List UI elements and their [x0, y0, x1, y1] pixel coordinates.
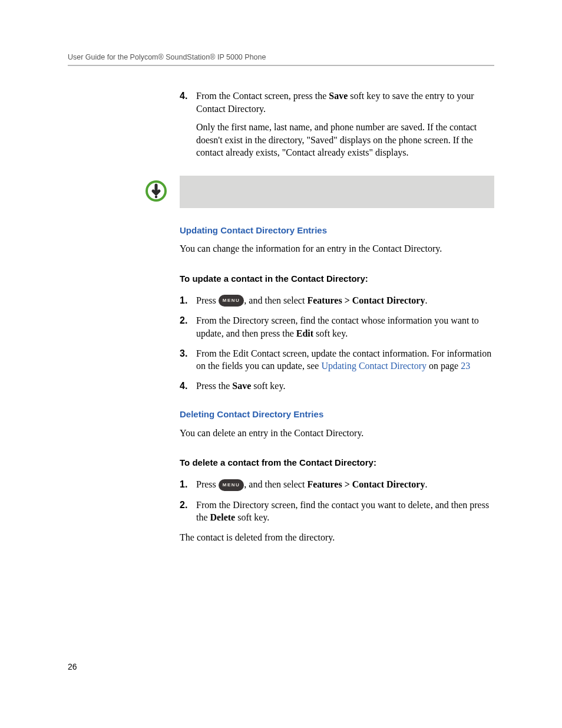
page-link[interactable]: 23	[461, 361, 470, 371]
menu-button-icon: MENU	[219, 295, 244, 307]
delete-step-2: 2. From the Directory screen, find the c…	[180, 499, 494, 524]
text: , and then select	[244, 295, 307, 305]
xref-link[interactable]: Updating Contact Directory	[321, 361, 427, 371]
step-number: 1.	[180, 294, 196, 307]
save-label: Save	[329, 91, 348, 101]
text: From the Contact screen, press the	[196, 91, 329, 101]
update-step-4: 4. Press the Save soft key.	[180, 380, 494, 393]
text: .	[425, 295, 427, 305]
intro-updating: You can change the information for an en…	[180, 242, 494, 255]
main-content: 4. From the Contact screen, press the Sa…	[180, 90, 494, 544]
save-label: Save	[232, 381, 251, 391]
delete-step-1: 1. Press MENU, and then select Features …	[180, 478, 494, 491]
header-rule	[68, 65, 494, 66]
text: soft key.	[235, 512, 269, 522]
running-header: User Guide for the Polycom® SoundStation…	[68, 53, 494, 61]
page-number: 26	[68, 662, 77, 671]
heading-deleting: Deleting Contact Directory Entries	[180, 409, 494, 420]
text: on page	[427, 361, 461, 371]
text: .	[425, 479, 427, 489]
edit-label: Edit	[296, 328, 313, 338]
outro-deleting: The contact is deleted from the director…	[180, 531, 494, 544]
step-number: 3.	[180, 347, 196, 373]
step-body: Press MENU, and then select Features > C…	[196, 294, 494, 307]
heading-updating: Updating Contact Directory Entries	[180, 225, 494, 236]
step-body: Press MENU, and then select Features > C…	[196, 478, 494, 491]
step-number: 2.	[180, 499, 196, 524]
step-body: From the Edit Contact screen, update the…	[196, 347, 494, 373]
step-number: 2.	[180, 314, 196, 340]
text: Press	[196, 479, 219, 489]
text: soft key.	[251, 381, 285, 391]
step-body: From the Contact screen, press the Save …	[196, 90, 494, 165]
text: soft key.	[313, 328, 348, 338]
svg-point-1	[155, 196, 157, 198]
note-body	[180, 176, 494, 208]
text: Press	[196, 295, 219, 305]
proc-heading-update: To update a contact in the Contact Direc…	[180, 273, 494, 285]
text: , and then select	[244, 479, 307, 489]
intro-deleting: You can delete an entry in the Contact D…	[180, 427, 494, 440]
step-number: 4.	[180, 380, 196, 393]
step-number: 4.	[180, 90, 196, 165]
step-body: From the Directory screen, find the cont…	[196, 499, 494, 524]
note-icon	[144, 179, 168, 203]
menu-path: Features > Contact Directory	[307, 295, 425, 305]
step-body: From the Directory screen, find the cont…	[196, 314, 494, 340]
text: Only the first name, last name, and phon…	[196, 121, 494, 159]
step-4: 4. From the Contact screen, press the Sa…	[180, 90, 494, 165]
proc-heading-delete: To delete a contact from the Contact Dir…	[180, 457, 494, 469]
step-body: Press the Save soft key.	[196, 380, 494, 393]
delete-label: Delete	[210, 512, 236, 522]
step-number: 1.	[180, 478, 196, 491]
update-step-3: 3. From the Edit Contact screen, update …	[180, 347, 494, 373]
update-step-2: 2. From the Directory screen, find the c…	[180, 314, 494, 340]
text: Press the	[196, 381, 232, 391]
menu-button-icon: MENU	[219, 479, 244, 491]
update-step-1: 1. Press MENU, and then select Features …	[180, 294, 494, 307]
note-callout	[144, 176, 494, 208]
menu-path: Features > Contact Directory	[307, 479, 425, 489]
